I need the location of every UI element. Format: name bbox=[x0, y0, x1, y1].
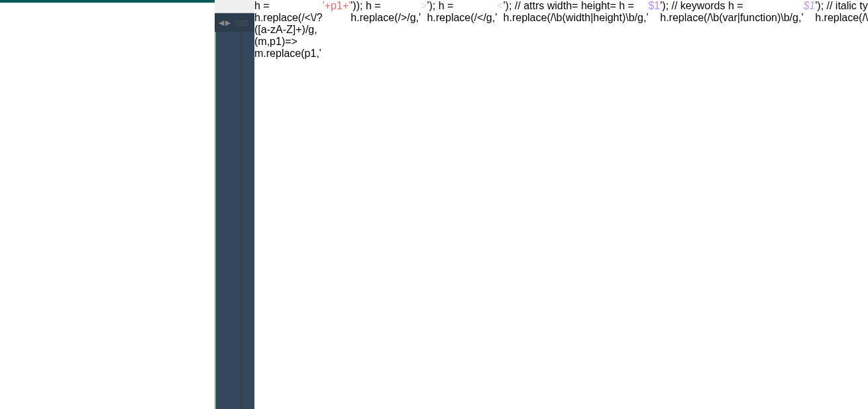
tab-next-icon[interactable]: ▶ bbox=[225, 19, 231, 27]
tab-nav-arrows[interactable]: ◀ ▶ bbox=[219, 19, 231, 27]
editor-pane: ◀ ▶ ▯▯▯▯ bbox=[215, 0, 254, 409]
tab-overflow-icon[interactable]: ▯▯▯▯ bbox=[235, 19, 248, 27]
tab-prev-icon[interactable]: ◀ bbox=[219, 19, 224, 27]
line-gutter bbox=[216, 32, 240, 409]
minimap[interactable] bbox=[240, 32, 243, 409]
tab-bar: ◀ ▶ ▯▯▯▯ bbox=[215, 13, 254, 32]
browser-viewport bbox=[0, 3, 215, 409]
preview-canvas bbox=[8, 11, 207, 110]
browser-pane bbox=[0, 0, 215, 409]
code-editor[interactable] bbox=[215, 32, 254, 409]
menu-bar bbox=[215, 0, 254, 13]
